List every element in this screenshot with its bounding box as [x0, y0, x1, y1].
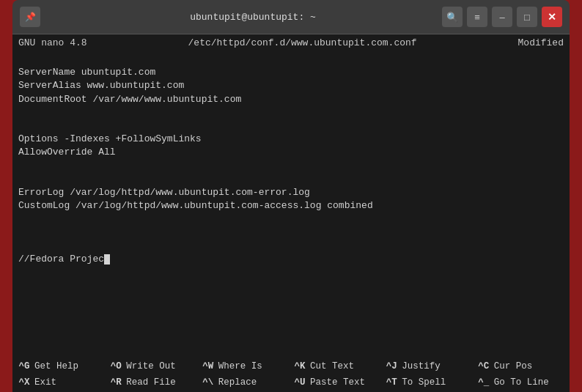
footer-key: ^W — [199, 361, 217, 371]
nano-filename: /etc/httpd/conf.d/www.ubuntupit.com.conf — [188, 37, 417, 48]
footer-item: ^\ Replace — [199, 377, 291, 388]
menu-button[interactable]: ≡ — [467, 7, 487, 27]
footer-label: Replace — [217, 377, 257, 388]
footer-key: ^U — [291, 377, 309, 388]
footer-item: ^C Cur Pos — [475, 361, 567, 371]
footer-label: Cut Text — [309, 361, 354, 371]
footer-label: Go To Line — [493, 377, 549, 388]
menu-icon: ≡ — [474, 12, 480, 23]
footer-label: Where Is — [217, 361, 262, 371]
footer-key: ^R — [107, 377, 125, 388]
nano-status: Modified — [518, 37, 564, 48]
editor-content[interactable]: ServerName ubuntupit.com ServerAlias www… — [12, 51, 570, 357]
footer-label: To Spell — [400, 377, 446, 388]
search-icon: 🔍 — [446, 12, 458, 23]
close-button[interactable]: ✕ — [542, 7, 562, 27]
footer-item: ^O Write Out — [107, 361, 199, 371]
search-button[interactable]: 🔍 — [442, 7, 463, 27]
titlebar-right-controls: 🔍 ≡ – □ ✕ — [442, 7, 562, 27]
terminal: GNU nano 4.8 /etc/httpd/conf.d/www.ubunt… — [12, 34, 570, 392]
footer-label: Cur Pos — [493, 361, 533, 371]
footer-key: ^G — [15, 361, 33, 371]
footer-row-2: ^X Exit^R Read File^\ Replace^U Paste Te… — [12, 374, 570, 391]
maximize-button[interactable]: □ — [517, 7, 537, 27]
footer-item: ^G Get Help — [15, 361, 107, 371]
pin-button[interactable]: 📌 — [20, 7, 40, 27]
nano-version: GNU nano 4.8 — [18, 37, 87, 48]
minimize-button[interactable]: – — [492, 7, 512, 27]
footer-item: ^J Justify — [383, 361, 474, 371]
footer-item: ^_ Go To Line — [475, 377, 567, 388]
footer-key: ^K — [291, 361, 309, 371]
footer-key: ^\ — [199, 377, 217, 388]
footer-key: ^J — [383, 361, 400, 371]
footer-item: ^T To Spell — [383, 377, 474, 388]
footer-row-1: ^G Get Help^O Write Out^W Where Is^K Cut… — [12, 358, 570, 374]
footer-label: Write Out — [125, 361, 176, 371]
minimize-icon: – — [499, 12, 504, 23]
footer-key: ^T — [383, 377, 400, 388]
maximize-icon: □ — [524, 12, 530, 23]
footer-label: Read File — [125, 377, 176, 388]
footer-label: Justify — [400, 361, 441, 371]
cursor — [104, 254, 110, 265]
titlebar: 📌 ubuntupit@ubuntupit: ~ 🔍 ≡ – □ ✕ — [12, 0, 570, 34]
footer-key: ^C — [475, 361, 493, 371]
footer-item: ^K Cut Text — [291, 361, 383, 371]
footer-label: Get Help — [33, 361, 78, 371]
footer-key: ^X — [15, 377, 33, 388]
footer-item: ^W Where Is — [199, 361, 291, 371]
nano-header: GNU nano 4.8 /etc/httpd/conf.d/www.ubunt… — [12, 34, 570, 51]
footer-item: ^X Exit — [15, 377, 107, 388]
nano-footer: ^G Get Help^O Write Out^W Where Is^K Cut… — [12, 357, 570, 392]
footer-item: ^U Paste Text — [291, 377, 383, 388]
footer-item: ^R Read File — [107, 377, 199, 388]
footer-key: ^_ — [475, 377, 493, 388]
footer-label: Exit — [33, 377, 56, 388]
close-icon: ✕ — [548, 11, 556, 23]
footer-key: ^O — [107, 361, 125, 371]
titlebar-left-controls: 📌 — [20, 7, 64, 27]
footer-label: Paste Text — [309, 377, 365, 388]
pin-icon: 📌 — [25, 12, 36, 22]
titlebar-title: ubuntupit@ubuntupit: ~ — [64, 12, 442, 23]
